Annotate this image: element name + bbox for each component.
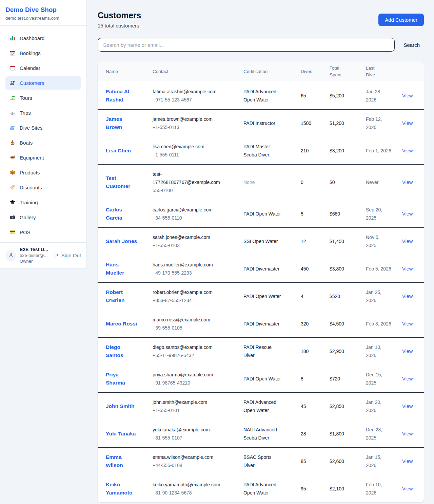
customer-name-link[interactable]: Diego Santos — [106, 344, 123, 358]
customer-name-link[interactable]: Sarah Jones — [106, 238, 137, 244]
certification-text: PADI Master Scuba Diver — [243, 144, 270, 157]
customer-name-link[interactable]: John Smith — [106, 403, 134, 409]
customer-name-link[interactable]: Robert O'Brien — [106, 289, 124, 303]
view-link[interactable]: View — [402, 486, 413, 491]
certification-cell: BSAC Sports Diver — [238, 448, 295, 475]
sidebar-item-customers[interactable]: Customers — [5, 76, 81, 90]
customer-name-cell: Priya Sharma — [98, 365, 147, 393]
search-input[interactable] — [98, 38, 395, 52]
sidebar-item-gallery[interactable]: Gallery — [5, 210, 81, 224]
customer-name-link[interactable]: James Brown — [106, 116, 122, 130]
view-link[interactable]: View — [402, 239, 413, 244]
table-row: Test Customertest-1772681807767@example.… — [98, 165, 424, 200]
view-link[interactable]: View — [402, 211, 413, 217]
total-spent: $4,500 — [324, 310, 360, 338]
view-link[interactable]: View — [402, 349, 413, 354]
sidebar-item-trips[interactable]: Trips — [5, 106, 81, 119]
certification-text: PADI Advanced Open Water — [243, 482, 276, 496]
customer-name-link[interactable]: Test Customer — [106, 175, 130, 189]
sidebar-item-discounts[interactable]: Discounts — [5, 181, 81, 194]
view-link[interactable]: View — [402, 148, 413, 153]
sidebar-item-dive-sites[interactable]: Dive Sites — [5, 121, 81, 134]
tag-icon — [9, 184, 16, 190]
island-icon — [9, 95, 16, 101]
view-cell: View — [397, 255, 424, 283]
svg-text:17: 17 — [11, 53, 14, 55]
view-link[interactable]: View — [402, 180, 413, 185]
view-link[interactable]: View — [402, 266, 413, 272]
dives-count: 12 — [295, 228, 324, 255]
customers-table-card: NameContactCertificationDivesTotal Spent… — [98, 61, 424, 502]
certification-text: PADI Open Water — [243, 294, 281, 299]
certification-cell: PADI Instructor — [238, 110, 295, 137]
last-dive-date: Never — [360, 165, 397, 200]
customer-name-link[interactable]: Hans Mueller — [106, 262, 124, 276]
column-header-actions — [397, 61, 424, 82]
last-dive-date: Feb 1, 2026 — [360, 137, 397, 165]
total-spent: $2,950 — [324, 338, 360, 365]
certification-cell: PADI Advanced Open Water — [238, 393, 295, 420]
customer-name-link[interactable]: Priya Sharma — [106, 372, 125, 386]
customer-name-link[interactable]: Keiko Yamamoto — [106, 482, 132, 496]
sidebar-item-tours[interactable]: Tours — [5, 91, 81, 105]
table-row: Emma Wilsonemma.wilson@example.com+44-55… — [98, 448, 424, 475]
customer-name-link[interactable]: Lisa Chen — [106, 148, 131, 153]
table-row: Hans Muellerhans.mueller@example.com+49-… — [98, 255, 424, 283]
view-link[interactable]: View — [402, 120, 413, 126]
certification-cell: PADI Advanced Open Water — [238, 475, 295, 503]
customer-name-link[interactable]: Yuki Tanaka — [106, 431, 136, 436]
customer-name-link[interactable]: Fatima Al-Rashid — [106, 89, 131, 102]
customer-email: marco.rossi@example.com — [153, 316, 224, 324]
calendar-date-icon: 17 — [9, 50, 16, 56]
sailboat-icon — [9, 139, 16, 146]
certification-cell: PADI Master Scuba Diver — [238, 137, 295, 165]
sidebar-item-calendar[interactable]: Calendar — [5, 61, 81, 75]
total-spent: $5,200 — [324, 82, 360, 110]
customer-name-cell: John Smith — [98, 393, 147, 420]
view-link[interactable]: View — [402, 321, 413, 326]
customer-phone: +55-11-99876-5432 — [153, 351, 224, 359]
certification-cell: NAUI Advanced Scuba Diver — [238, 420, 295, 448]
package-icon — [9, 169, 16, 175]
sidebar-item-label: Tours — [20, 95, 32, 101]
shop-name-link[interactable]: Demo Dive Shop — [5, 6, 81, 14]
sidebar-item-products[interactable]: Products — [5, 166, 81, 179]
certification-text: PADI Advanced Open Water — [243, 89, 276, 102]
table-row: Lisa Chenlisa.chen@example.com+1-555-011… — [98, 137, 424, 165]
search-button[interactable]: Search — [399, 39, 424, 51]
customer-contact-cell: emma.wilson@example.com+44-555-0108 — [147, 448, 238, 475]
sidebar-item-label: Equipment — [20, 155, 44, 161]
customer-name-cell: Robert O'Brien — [98, 283, 147, 310]
total-spent: $0 — [324, 165, 360, 200]
sidebar-item-dashboard[interactable]: Dashboard — [5, 31, 81, 45]
table-row: Yuki Tanakayuki.tanaka@example.com+81-55… — [98, 420, 424, 448]
view-link[interactable]: View — [402, 376, 413, 381]
sidebar-item-pos[interactable]: POS — [5, 225, 81, 239]
sign-out-button[interactable]: Sign Out — [53, 252, 81, 259]
customer-phone: +39-555-0105 — [153, 324, 224, 332]
sidebar-item-bookings[interactable]: 17Bookings — [5, 46, 81, 60]
customer-name-link[interactable]: Carlos Garcia — [106, 207, 122, 221]
user-name: E2E Test U... — [20, 247, 50, 253]
view-cell: View — [397, 228, 424, 255]
dives-count: 210 — [295, 137, 324, 165]
customer-name-link[interactable]: Emma Wilson — [106, 454, 123, 468]
add-customer-button[interactable]: Add Customer — [378, 14, 424, 26]
table-row: Fatima Al-Rashidfatima.alrashid@example.… — [98, 82, 424, 110]
customer-name-link[interactable]: Marco Rossi — [106, 321, 137, 326]
sidebar-item-boats[interactable]: Boats — [5, 136, 81, 149]
customer-contact-cell: james.brown@example.com+1-555-0113 — [147, 110, 238, 137]
certification-cell: PADI Divemaster — [238, 255, 295, 283]
view-link[interactable]: View — [402, 404, 413, 409]
view-link[interactable]: View — [402, 431, 413, 436]
view-link[interactable]: View — [402, 294, 413, 299]
sidebar-item-label: Dive Sites — [20, 125, 43, 131]
table-row: Keiko Yamamotokeiko.yamamoto@example.com… — [98, 475, 424, 503]
customer-email: yuki.tanaka@example.com — [153, 426, 224, 434]
sidebar-item-training[interactable]: Training — [5, 195, 81, 209]
person-icon — [8, 252, 14, 259]
view-link[interactable]: View — [402, 459, 413, 464]
customer-email: lisa.chen@example.com — [153, 143, 224, 151]
view-link[interactable]: View — [402, 93, 413, 98]
sidebar-item-equipment[interactable]: Equipment — [5, 151, 81, 164]
